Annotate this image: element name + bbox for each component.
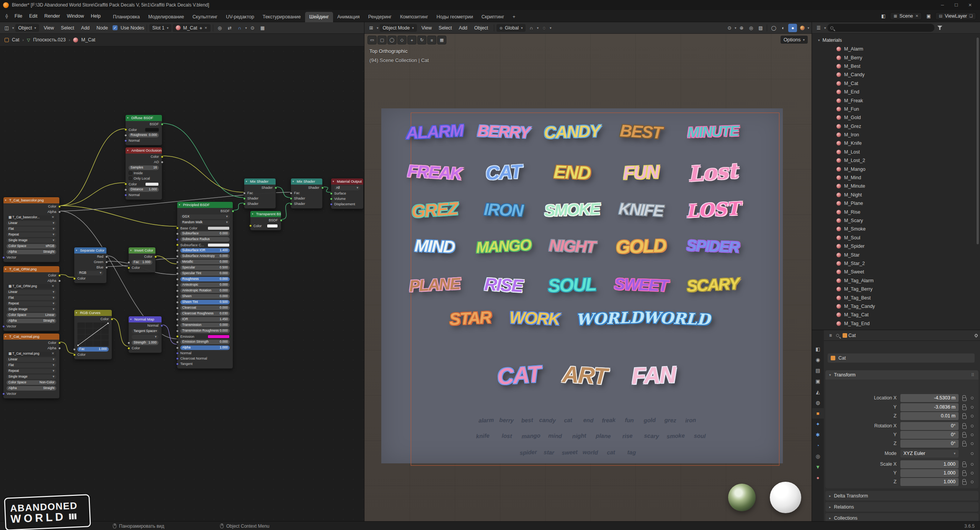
- value-field[interactable]: -3.0836 m: [900, 403, 959, 411]
- node-socket[interactable]: [124, 139, 127, 142]
- node-socket[interactable]: [176, 278, 179, 281]
- node-title[interactable]: Ambient Occlusion: [126, 147, 162, 154]
- node-socket[interactable]: [176, 307, 179, 309]
- node-socket[interactable]: [330, 203, 333, 206]
- material-row[interactable]: M_Lost: [812, 148, 980, 156]
- value-field[interactable]: 0°: [900, 440, 959, 448]
- lock-icon[interactable]: [962, 415, 967, 419]
- node-socket[interactable]: [58, 211, 61, 213]
- workspace-tab[interactable]: Скриптинг: [477, 12, 508, 22]
- material-preview-sphere[interactable]: [728, 484, 756, 511]
- properties-tab-particles-icon[interactable]: ✱: [812, 430, 824, 440]
- grid-icon[interactable]: ▦: [258, 24, 267, 32]
- node-socket[interactable]: [127, 267, 130, 269]
- node-title[interactable]: Diffuse BSDF: [126, 115, 162, 121]
- shading-wireframe-icon[interactable]: ◯: [769, 24, 778, 32]
- node-socket[interactable]: [176, 249, 179, 252]
- node-socket[interactable]: [154, 255, 157, 258]
- node-title[interactable]: RGB Curves: [74, 310, 112, 316]
- node-socket[interactable]: [73, 348, 76, 351]
- workspace-tab[interactable]: Ноды геометрии: [432, 12, 477, 22]
- properties-tab-scene-icon[interactable]: ◭: [812, 387, 824, 397]
- node-socket[interactable]: [232, 210, 234, 213]
- tool-icon[interactable]: ≡: [427, 36, 436, 44]
- lock-icon[interactable]: [962, 481, 967, 485]
- node-socket[interactable]: [330, 198, 333, 200]
- menu-item[interactable]: Select: [435, 24, 456, 32]
- material-row[interactable]: M_Grez: [812, 122, 980, 131]
- node-socket[interactable]: [58, 280, 61, 282]
- node-socket[interactable]: [73, 353, 76, 356]
- xray-icon[interactable]: ▨: [756, 24, 765, 32]
- panel-delta-transform[interactable]: ▸Delta Transform: [825, 491, 978, 501]
- material-row[interactable]: M_Scary: [812, 216, 980, 225]
- snap-options-chevron[interactable]: ▾: [537, 26, 539, 30]
- node-socket[interactable]: [176, 312, 179, 315]
- shading-chevron[interactable]: ▾: [807, 26, 809, 30]
- material-row[interactable]: M_Fun: [812, 105, 980, 113]
- node-socket[interactable]: [2, 325, 5, 328]
- node-socket[interactable]: [176, 244, 179, 246]
- workspace-tab[interactable]: Моделирование: [144, 12, 188, 22]
- tool-icon[interactable]: ▦: [437, 36, 446, 44]
- menu-item[interactable]: Help: [87, 12, 104, 20]
- animate-dot-icon[interactable]: [971, 406, 973, 409]
- panel-collections[interactable]: ▸Collections: [825, 513, 978, 521]
- node-socket[interactable]: [176, 238, 179, 241]
- menu-item[interactable]: Object: [471, 24, 492, 32]
- node-title[interactable]: T_Cat_basecolor.png: [3, 197, 59, 203]
- node-title[interactable]: T_Cat_ORM.png: [3, 266, 59, 272]
- material-row[interactable]: M_End: [812, 88, 980, 96]
- visibility-chevron[interactable]: ▾: [735, 26, 737, 30]
- slot-dropdown[interactable]: Slot 1 ▾: [149, 24, 172, 32]
- mode-dropdown[interactable]: XYZ Euler▾: [900, 450, 959, 458]
- value-field[interactable]: 1.000: [900, 460, 959, 468]
- shader-node-transparent-bsdf[interactable]: Transparent BSDFBSDFColor: [250, 211, 281, 231]
- node-title[interactable]: Invert Color: [129, 247, 155, 254]
- shader-node-material-output[interactable]: Material OutputAll▾SurfaceVolumeDisplace…: [331, 178, 364, 209]
- node-socket[interactable]: [176, 295, 179, 298]
- properties-tab-constraints-icon[interactable]: ◎: [812, 451, 824, 461]
- menu-item[interactable]: Add: [78, 24, 93, 32]
- material-row[interactable]: M_Star: [812, 250, 980, 259]
- material-row[interactable]: M_Sweet: [812, 268, 980, 276]
- value-field[interactable]: -4.5303 m: [900, 394, 959, 402]
- node-socket[interactable]: [290, 203, 292, 205]
- color-swatch[interactable]: [145, 182, 159, 186]
- scene-unlink-icon[interactable]: ✕: [915, 14, 918, 18]
- node-socket[interactable]: [124, 128, 127, 131]
- node-socket[interactable]: [2, 256, 5, 259]
- overlays-icon[interactable]: ◎: [746, 24, 755, 32]
- node-socket[interactable]: [161, 123, 163, 126]
- maximize-button[interactable]: ☐: [949, 0, 963, 10]
- node-socket[interactable]: [124, 183, 127, 185]
- menu-item[interactable]: Add: [456, 24, 471, 32]
- material-row[interactable]: M_Gold: [812, 113, 980, 122]
- value-field[interactable]: 0°: [900, 422, 959, 430]
- scene-selector[interactable]: ▦ Scene ✕: [890, 12, 922, 20]
- material-row[interactable]: M_Soul: [812, 234, 980, 242]
- node-socket[interactable]: [243, 197, 246, 200]
- shader-node-tex-normal[interactable]: T_Cat_normal.pngColorAlpha▦ T_Cat_normal…: [3, 333, 60, 399]
- node-socket[interactable]: [176, 261, 179, 263]
- animate-dot-icon[interactable]: [971, 397, 973, 399]
- properties-tab-view-layer-icon[interactable]: ▣: [812, 376, 824, 386]
- node-socket[interactable]: [161, 155, 163, 158]
- node-socket[interactable]: [127, 347, 130, 350]
- tool-icon[interactable]: ▢: [377, 36, 387, 44]
- material-row[interactable]: M_Berry: [812, 53, 980, 62]
- outliner-search-input[interactable]: [827, 24, 934, 32]
- material-row[interactable]: M_Freak: [812, 96, 980, 105]
- material-row[interactable]: M_Night: [812, 191, 980, 199]
- node-socket[interactable]: [105, 266, 108, 269]
- panel-grip-icon[interactable]: ⠿: [971, 373, 975, 378]
- lock-icon[interactable]: [962, 443, 967, 447]
- node-socket[interactable]: [176, 335, 179, 338]
- node-socket[interactable]: [111, 318, 113, 321]
- node-socket[interactable]: [176, 352, 179, 355]
- workspace-tab[interactable]: Анимация: [333, 12, 364, 22]
- node-socket[interactable]: [176, 232, 179, 235]
- parent-arrows-icon[interactable]: ⇄: [225, 24, 234, 32]
- node-socket[interactable]: [176, 341, 179, 344]
- animate-dot-icon[interactable]: [971, 463, 973, 466]
